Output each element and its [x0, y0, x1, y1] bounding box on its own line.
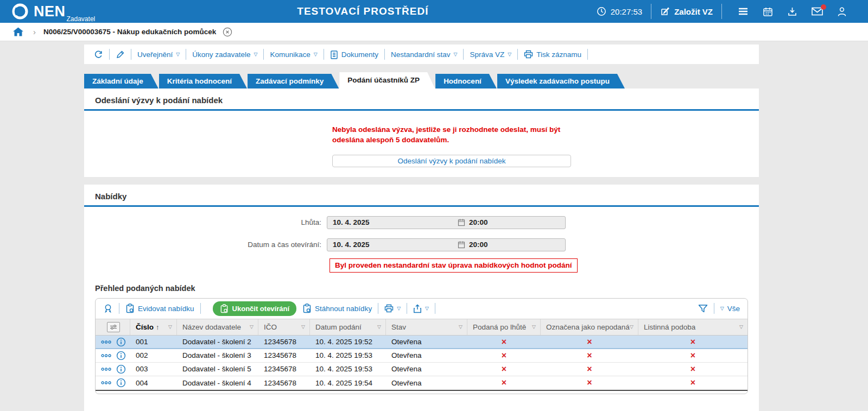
caret-down-icon[interactable]: ▽: [168, 325, 172, 330]
caret-down-icon[interactable]: ▽: [301, 325, 305, 330]
tab-kriteria-hodnoceni[interactable]: Kritéria hodnocení: [159, 74, 247, 88]
breadcrumb: › N006/25/V00003675 - Nákup edukačních p…: [0, 23, 868, 41]
table-row[interactable]: 004 Dodavatel - školení 4 12345678 10. 4…: [96, 376, 747, 390]
user-icon: [837, 7, 847, 17]
end-opening-button[interactable]: Ukončit otevírání: [213, 301, 296, 316]
create-vz-button[interactable]: Založit VZ: [660, 7, 713, 16]
table-row[interactable]: 001 Dodavatel - školení 2 12345678 10. 4…: [96, 336, 747, 349]
invite-section: Odeslání výzvy k podání nabídek Nebyla o…: [84, 88, 759, 177]
menu-dokumenty[interactable]: Dokumenty: [330, 50, 378, 59]
column-header-nepodana[interactable]: Označena jako nepodaná▽: [541, 319, 638, 335]
caret-down-icon[interactable]: ▽: [532, 325, 536, 330]
row-menu-button[interactable]: [101, 340, 111, 344]
ellipsis-icon: [101, 381, 111, 384]
caret-down-icon[interactable]: ▽: [630, 325, 633, 330]
menu-ukony-zadavatele[interactable]: Úkony zadavatele▽: [192, 50, 257, 59]
compose-icon: [660, 7, 670, 16]
info-icon: [116, 378, 126, 388]
deadline-input[interactable]: 10. 4. 2025 20:00: [327, 216, 566, 229]
edit-button[interactable]: [116, 50, 125, 59]
row-info-button[interactable]: [116, 337, 126, 347]
deadline-label: Lhůta:: [84, 218, 327, 226]
menu-nestandardni-stav[interactable]: Nestandardní stav▽: [391, 50, 457, 59]
column-header-stav[interactable]: Stav▽: [386, 319, 467, 335]
cell-listinna: ×: [638, 363, 747, 376]
grid-print-button[interactable]: ▽: [384, 304, 401, 313]
cell-stav: Otevřena: [386, 336, 467, 349]
row-menu-button[interactable]: [101, 354, 111, 357]
ellipsis-icon: [101, 368, 111, 371]
document-icon: [330, 50, 338, 59]
deadline-date-value: 10. 4. 2025: [327, 218, 458, 226]
close-record-button[interactable]: [223, 27, 232, 37]
header-separator: [721, 4, 722, 19]
cell-cislo: 003: [130, 363, 177, 376]
calendar-small-icon: [458, 241, 465, 249]
column-header-ico[interactable]: IČO▽: [258, 319, 310, 335]
environment-title: TESTOVACÍ PROSTŘEDÍ: [129, 5, 597, 17]
tab-podani-ucastniku[interactable]: Podání účastníků ZP: [339, 72, 435, 88]
column-header-datum[interactable]: Datum podání▽: [310, 319, 386, 335]
column-header-dodavatel[interactable]: Název dodavatele▽: [177, 319, 258, 335]
menu-button[interactable]: [738, 7, 749, 16]
nen-logo[interactable]: NEN Zadavatel: [0, 2, 129, 21]
cell-stav: Otevřena: [386, 349, 467, 362]
header-separator: [651, 4, 651, 19]
grid-body: 001 Dodavatel - školení 2 12345678 10. 4…: [96, 336, 747, 391]
register-offer-button[interactable]: Evidovat nabídku: [125, 303, 194, 313]
app-header: NEN Zadavatel TESTOVACÍ PROSTŘEDÍ 20:27:…: [0, 0, 868, 23]
caret-down-icon: ▽: [314, 52, 318, 57]
caret-down-icon: ▽: [425, 306, 429, 311]
caret-down-icon: ▽: [454, 52, 458, 57]
column-header-listinna[interactable]: Listinná podoba▽: [638, 319, 747, 335]
cell-datum: 10. 4. 2025 19:54: [310, 376, 386, 390]
column-header-po-lhute[interactable]: Podaná po lhůtě▽: [467, 319, 541, 335]
tab-zadavaci-podminky[interactable]: Zadávací podmínky: [248, 74, 339, 88]
menu-sprava-vz[interactable]: Správa VZ▽: [470, 50, 511, 59]
column-header-cislo[interactable]: Číslo ↑ ▽: [130, 319, 177, 335]
send-invite-button[interactable]: Odeslání výzvy k podání nabídek: [332, 155, 571, 167]
offers-grid: Evidovat nabídku Ukončit otevírání: [95, 298, 748, 394]
cell-po-lhute: ×: [467, 363, 541, 376]
calendar-button[interactable]: [763, 7, 773, 17]
caret-down-icon[interactable]: ▽: [459, 325, 462, 330]
seal-button[interactable]: [103, 303, 113, 314]
cell-ico: 12345678: [258, 376, 310, 390]
chevron-right-icon: ›: [33, 27, 36, 36]
table-row[interactable]: 002 Dodavatel - školení 3 12345678 10. 4…: [96, 349, 747, 363]
caret-down-icon[interactable]: ▽: [250, 325, 254, 330]
row-menu-button[interactable]: [101, 381, 111, 384]
tab-hodnoceni[interactable]: Hodnocení: [435, 74, 497, 88]
row-menu-button[interactable]: [101, 368, 111, 371]
tab-vysledek[interactable]: Výsledek zadávacího postupu: [497, 74, 625, 88]
menu-uverejneni[interactable]: Uveřejnění▽: [137, 50, 180, 59]
opening-input[interactable]: 10. 4. 2025 20:00: [327, 238, 566, 251]
menu-komunikace[interactable]: Komunikace▽: [270, 50, 317, 59]
share-icon: [413, 304, 422, 313]
cell-dodavatel: Dodavatel - školení 5: [177, 363, 258, 376]
view-selector[interactable]: ▽ Vše: [720, 305, 740, 313]
download-offers-button[interactable]: Stáhnout nabídky: [302, 303, 372, 313]
export-button[interactable]: ▽: [413, 304, 429, 313]
messages-button[interactable]: [812, 7, 823, 16]
caret-down-icon[interactable]: ▽: [739, 325, 743, 330]
clipboard-icon: [302, 303, 312, 313]
clock-icon: [597, 7, 606, 16]
caret-down-icon[interactable]: ▽: [377, 325, 381, 330]
home-button[interactable]: [13, 27, 23, 36]
refresh-button[interactable]: [94, 50, 103, 59]
column-settings-button[interactable]: [96, 319, 130, 335]
print-record-button[interactable]: Tisk záznamu: [524, 50, 581, 59]
breadcrumb-record[interactable]: N006/25/V00003675 - Nákup edukačních pom…: [43, 28, 216, 36]
table-row[interactable]: 003 Dodavatel - školení 5 12345678 10. 4…: [96, 363, 747, 376]
downloads-button[interactable]: [787, 7, 797, 17]
tab-zakladni-udaje[interactable]: Základní údaje: [84, 74, 159, 88]
cell-listinna: ×: [638, 376, 747, 390]
profile-button[interactable]: [837, 7, 847, 17]
row-info-button[interactable]: [116, 378, 126, 388]
filter-button[interactable]: [698, 304, 708, 313]
row-info-button[interactable]: [116, 364, 126, 374]
server-time-value: 20:27:53: [611, 7, 642, 16]
row-info-button[interactable]: [116, 351, 126, 361]
cell-dodavatel: Dodavatel - školení 4: [177, 376, 258, 390]
